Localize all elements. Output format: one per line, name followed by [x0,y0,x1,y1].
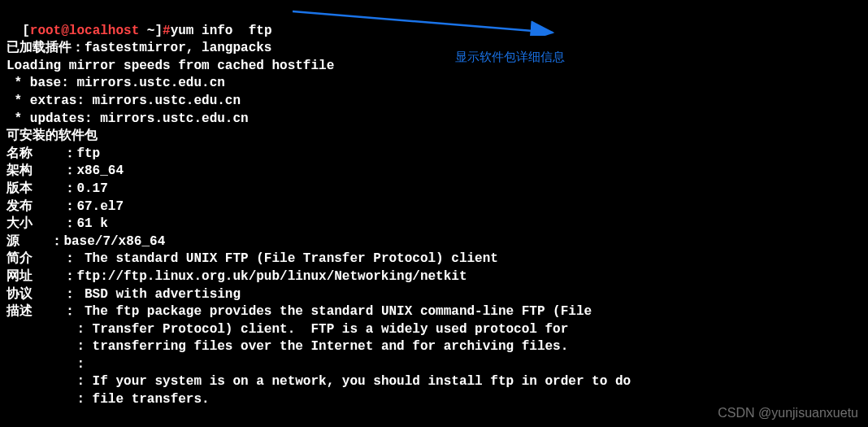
info-description-line-3: : transferring files over the Internet a… [7,338,861,356]
output-mirror-base: * base: mirrors.ustc.edu.cn [7,75,861,93]
info-size: 大小 ：61 k [7,216,861,233]
info-release: 发布 ：67.el7 [7,198,861,216]
info-name: 名称 ：ftp [7,146,861,163]
info-repo: 源 ：base/7/x86_64 [7,233,861,251]
info-description-line-2: : Transfer Protocol) client. FTP is a wi… [7,321,861,339]
info-license: 协议 ： BSD with advertising [7,286,861,304]
prompt-line-1[interactable]: [root@localhost ~]#yum info ftp [7,5,861,40]
info-arch: 架构 ：x86_64 [7,163,861,181]
user-host: root@localhost [30,24,139,38]
bracket-close: ] [154,24,163,38]
output-loading: Loading mirror speeds from cached hostfi… [7,58,861,76]
output-mirror-updates: * updates: mirrors.ustc.edu.cn [7,111,861,129]
watermark-text: CSDN @yunjisuanxuetu [718,404,858,422]
bracket-open: [ [22,24,30,38]
info-description-line-4: : [7,356,861,374]
output-mirror-extras: * extras: mirrors.ustc.edu.cn [7,93,861,111]
info-summary: 简介 ： The standard UNIX FTP (File Transfe… [7,251,861,268]
info-version: 版本 ：0.17 [7,181,861,198]
command-text: yum info ftp [171,24,272,38]
hash: # [163,24,171,38]
info-description-line-1: 描述 ： The ftp package provides the standa… [7,303,861,321]
annotation-text: 显示软件包详细信息 [455,49,565,65]
output-plugins: 已加载插件：fastestmirror, langpacks [7,40,861,58]
info-url: 网址 ：ftp://ftp.linux.org.uk/pub/linux/Net… [7,268,861,286]
output-available-header: 可安装的软件包 [7,128,861,146]
tilde: ~ [139,24,154,38]
info-description-line-5: : If your system is on a network, you sh… [7,373,861,391]
